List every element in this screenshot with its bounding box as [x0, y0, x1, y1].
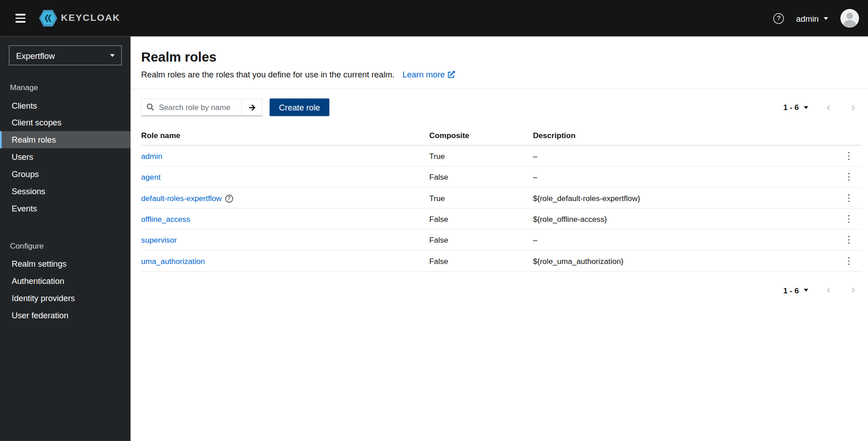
sidebar-item-clients[interactable]: Clients: [0, 97, 130, 114]
keycloak-admin-console: KEYCLOAK ? admin Expert: [0, 0, 868, 441]
description-value: –: [533, 229, 838, 250]
table-row: admin True – ⋮: [141, 145, 862, 166]
topbar-actions: ? admin: [773, 9, 859, 28]
column-header-description: Description: [533, 126, 838, 145]
description-value: –: [533, 166, 838, 187]
top-bar: KEYCLOAK ? admin: [0, 0, 868, 37]
chevron-down-icon: [804, 106, 808, 109]
chevron-left-icon: [826, 286, 831, 294]
pagination-top: 1 - 6: [783, 100, 861, 115]
learn-more-link[interactable]: Learn more: [402, 70, 455, 79]
page-title: Realm roles: [141, 49, 855, 65]
sidebar-item-user-federation[interactable]: User federation: [0, 307, 130, 324]
realm-roles-table: Role name Composite Description admin Tr…: [141, 126, 862, 272]
description-value: –: [533, 145, 838, 166]
pagination-prev-button[interactable]: [820, 100, 836, 115]
pagination-range-toggle[interactable]: 1 - 6: [783, 286, 808, 295]
pagination-prev-button[interactable]: [820, 283, 836, 297]
pagination-next-button[interactable]: [845, 283, 861, 297]
sidebar-item-realm-settings[interactable]: Realm settings: [0, 255, 130, 272]
username: admin: [796, 14, 819, 23]
role-link-admin[interactable]: admin: [141, 151, 163, 160]
page-layout: Expertflow Manage Clients Client scopes …: [0, 37, 868, 441]
role-link-offline-access[interactable]: offline_access: [141, 215, 190, 224]
table-header-row: Role name Composite Description: [141, 126, 862, 145]
table-row: supervisor False – ⋮: [141, 229, 862, 250]
description-value: ${role_offline-access}: [533, 208, 838, 229]
chevron-right-icon: [851, 103, 856, 111]
keycloak-wordmark: KEYCLOAK: [61, 13, 120, 24]
keycloak-logo: KEYCLOAK: [39, 10, 121, 27]
table-row: offline_access False ${role_offline-acce…: [141, 208, 862, 229]
pagination-range-toggle[interactable]: 1 - 6: [783, 103, 808, 112]
kebab-menu-button[interactable]: ⋮: [841, 171, 857, 183]
search-submit-button[interactable]: [241, 99, 262, 116]
description-value: ${role_uma_authorization}: [533, 250, 838, 271]
question-circle-icon[interactable]: ?: [225, 195, 233, 202]
sidebar-item-authentication[interactable]: Authentication: [0, 272, 130, 289]
section-title-manage: Manage: [0, 79, 130, 97]
sidebar-item-users[interactable]: Users: [0, 148, 130, 165]
page-description-text: Realm roles are the roles that you defin…: [141, 70, 395, 79]
keycloak-logo-icon: [39, 10, 58, 27]
chevron-left-icon: [826, 103, 831, 111]
table-row: default-roles-expertflow? True ${role_de…: [141, 187, 862, 208]
kebab-menu-button[interactable]: ⋮: [841, 150, 857, 162]
sidebar-section-configure: Configure Realm settings Authentication …: [0, 231, 130, 324]
chevron-down-icon: [110, 54, 115, 57]
hamburger-menu-button[interactable]: [10, 9, 31, 28]
composite-value: False: [429, 250, 533, 271]
composite-value: True: [429, 187, 533, 208]
role-link-supervisor[interactable]: supervisor: [141, 235, 177, 244]
sidebar-item-events[interactable]: Events: [0, 200, 130, 217]
arrow-right-icon: [248, 104, 256, 111]
realm-selector[interactable]: Expertflow: [9, 45, 122, 65]
chevron-right-icon: [851, 286, 856, 294]
sidebar: Expertflow Manage Clients Client scopes …: [0, 37, 130, 441]
help-icon: ?: [773, 13, 784, 24]
chevron-down-icon: [824, 17, 828, 19]
create-role-button[interactable]: Create role: [270, 99, 329, 116]
composite-value: False: [429, 229, 533, 250]
sidebar-item-identity-providers[interactable]: Identity providers: [0, 289, 130, 307]
composite-value: True: [429, 145, 533, 166]
avatar-icon: [840, 9, 859, 28]
table-row: uma_authorization False ${role_uma_autho…: [141, 250, 862, 271]
page-description: Realm roles are the roles that you defin…: [141, 70, 855, 79]
user-menu[interactable]: admin: [796, 14, 828, 23]
search-group: [141, 99, 263, 116]
search-input[interactable]: [141, 99, 242, 116]
sidebar-item-realm-roles[interactable]: Realm roles: [0, 131, 130, 149]
kebab-menu-button[interactable]: ⋮: [841, 234, 857, 246]
hamburger-icon: [15, 14, 25, 15]
column-header-composite: Composite: [429, 126, 533, 145]
role-link-default-roles-expertflow[interactable]: default-roles-expertflow: [141, 193, 222, 202]
pagination-bottom: 1 - 6: [130, 272, 868, 297]
sidebar-item-sessions[interactable]: Sessions: [0, 182, 130, 200]
search-icon: [147, 104, 154, 111]
table-toolbar: Create role 1 - 6: [130, 89, 868, 125]
table-row: agent False – ⋮: [141, 166, 862, 187]
page-header: Realm roles Realm roles are the roles th…: [130, 37, 868, 89]
kebab-menu-button[interactable]: ⋮: [841, 255, 857, 267]
composite-value: False: [429, 166, 533, 187]
realm-selector-value: Expertflow: [16, 51, 55, 60]
pagination-next-button[interactable]: [845, 100, 861, 115]
avatar[interactable]: [840, 9, 859, 28]
kebab-menu-button[interactable]: ⋮: [841, 213, 857, 225]
help-button[interactable]: ?: [773, 13, 784, 24]
sidebar-item-client-scopes[interactable]: Client scopes: [0, 114, 130, 131]
role-link-agent[interactable]: agent: [141, 173, 161, 182]
column-header-role-name: Role name: [141, 126, 429, 145]
sidebar-section-manage: Manage Clients Client scopes Realm roles…: [0, 73, 130, 217]
pagination-range: 1 - 6: [783, 286, 799, 295]
kebab-menu-button[interactable]: ⋮: [841, 192, 857, 204]
description-value: ${role_default-roles-expertflow}: [533, 187, 838, 208]
role-link-uma-authorization[interactable]: uma_authorization: [141, 256, 205, 265]
sidebar-item-groups[interactable]: Groups: [0, 165, 130, 182]
main-content: Realm roles Realm roles are the roles th…: [130, 37, 868, 441]
external-link-icon: [448, 71, 455, 78]
chevron-down-icon: [804, 289, 808, 292]
section-title-configure: Configure: [0, 237, 130, 255]
composite-value: False: [429, 208, 533, 229]
